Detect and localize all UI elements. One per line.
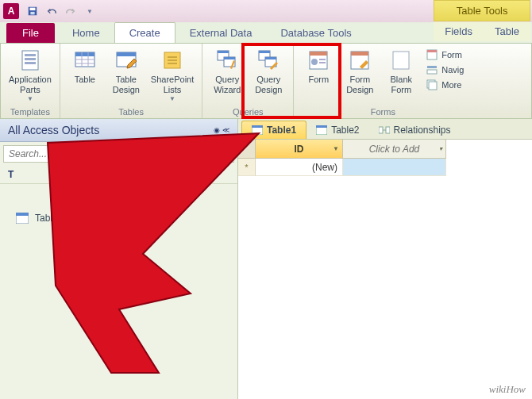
svg-rect-31 [319,62,326,63]
table-design-label: Table Design [113,75,140,95]
svg-rect-4 [25,54,36,56]
tab-database-tools[interactable]: Database Tools [266,23,365,43]
query-wizard-icon [214,48,240,73]
svg-rect-26 [265,57,276,59]
svg-rect-1 [30,8,36,11]
svg-rect-47 [379,127,383,133]
document-area: Table1 Table2 Relationships ID ▼ Click t… [238,119,532,399]
group-label-tables: Tables [65,106,197,117]
table-icon [252,125,263,135]
query-design-icon [256,48,281,73]
table-label: Table [75,75,95,85]
group-queries: Query Wizard Query Design Queries [202,44,294,118]
form-wizard-label: Form [441,50,462,59]
form-design-icon [347,48,372,73]
application-parts-button[interactable]: Application Parts ▼ [6,46,55,104]
search-input[interactable] [3,145,234,163]
svg-rect-40 [429,82,437,90]
contextual-table-tools: Table Tools Fields Table [434,0,530,43]
nav-dropdown-icon[interactable]: ◉ ≪ [214,126,229,134]
cell-add-new[interactable] [343,159,446,176]
column-header-add[interactable]: Click to Add ▾ [343,140,446,159]
svg-rect-24 [259,51,270,53]
ribbon-tabstrip: File Home Create External Data Database … [0,22,532,43]
svg-rect-37 [427,66,437,68]
table-icon [16,213,29,224]
svg-rect-46 [316,125,327,128]
form-icon [306,48,331,73]
blank-form-label: Blank Form [391,75,413,95]
qat-dropdown-icon[interactable]: ▼ [81,2,98,20]
more-forms-icon [426,79,438,91]
tab-create[interactable]: Create [114,22,175,43]
table-button[interactable]: Table [65,46,105,86]
more-forms-label: More [441,80,461,90]
form-design-label: Form Design [346,75,373,95]
query-design-label: Query Design [255,75,282,95]
table-design-icon [114,48,139,73]
navigation-pane: All Access Objects ◉ ≪ T Table [0,119,238,399]
query-wizard-button[interactable]: Query Wizard [207,46,247,97]
svg-rect-38 [427,70,437,74]
form-wizard-icon [426,48,438,61]
tab-table[interactable]: Table [484,21,530,41]
svg-rect-30 [319,59,326,60]
chevron-down-icon[interactable]: ▼ [333,145,339,152]
group-tables: Table Table Design SharePoint Lists ▼ Ta… [60,44,202,118]
datasheet: ID ▼ Click to Add ▾ * (New) [238,140,532,399]
watermark: wikiHow [489,383,526,396]
table-icon [316,125,327,135]
doc-tab-table1[interactable]: Table1 [241,121,306,139]
column-header-id[interactable]: ID ▼ [256,140,343,159]
workspace: All Access Objects ◉ ≪ T Table Table1 Ta… [0,119,532,399]
more-forms-button[interactable]: More [424,78,465,92]
nav-search [3,145,234,163]
nav-item-table[interactable]: Table [0,208,237,228]
sharepoint-label: SharePoint Lists [151,75,194,95]
chevron-down-icon[interactable]: ▾ [439,145,442,152]
cell-id-new[interactable]: (New) [256,159,343,176]
row-selector-new[interactable]: * [238,159,256,176]
svg-rect-20 [218,51,229,53]
svg-rect-14 [117,52,136,56]
blank-form-button[interactable]: Blank Form [381,46,421,97]
query-design-button[interactable]: Query Design [249,46,288,97]
group-templates: Application Parts ▼ Templates [1,44,60,118]
tab-external-data[interactable]: External Data [175,23,267,43]
doc-tab-relationships[interactable]: Relationships [369,121,461,139]
doc-tab-table2[interactable]: Table2 [306,121,368,139]
app-icon: A [3,3,19,19]
undo-icon[interactable] [43,2,60,20]
save-icon[interactable] [24,2,41,20]
redo-icon[interactable] [62,2,79,20]
tab-home[interactable]: Home [58,23,114,43]
group-label-templates: Templates [6,106,55,117]
svg-rect-34 [393,52,409,69]
tab-fields[interactable]: Fields [434,21,484,41]
query-wizard-label: Query Wizard [214,75,241,95]
navigation-icon [426,63,438,76]
ribbon: Application Parts ▼ Templates Table Tabl… [0,43,532,119]
svg-rect-22 [224,57,235,59]
nav-header[interactable]: All Access Objects ◉ ≪ [0,119,237,142]
nav-section-tables[interactable]: T [0,166,237,184]
application-parts-icon [17,48,43,73]
form-wizard-button[interactable]: Form [424,48,465,62]
group-label-forms: Forms [299,106,467,117]
column-header-label: ID [295,144,304,155]
blank-form-icon [388,48,414,73]
form-button[interactable]: Form [299,46,338,86]
svg-rect-2 [30,12,34,15]
sharepoint-lists-button[interactable]: SharePoint Lists ▼ [148,46,197,104]
relationships-icon [379,125,390,135]
svg-rect-5 [25,58,36,60]
form-design-button[interactable]: Form Design [340,46,380,97]
svg-rect-36 [427,50,437,52]
svg-rect-33 [351,52,368,56]
table-design-button[interactable]: Table Design [106,46,146,97]
navigation-button[interactable]: Navig [424,63,465,77]
select-all-cell[interactable] [238,140,256,159]
file-tab[interactable]: File [6,23,55,43]
svg-rect-48 [386,127,390,133]
svg-rect-28 [310,52,327,56]
